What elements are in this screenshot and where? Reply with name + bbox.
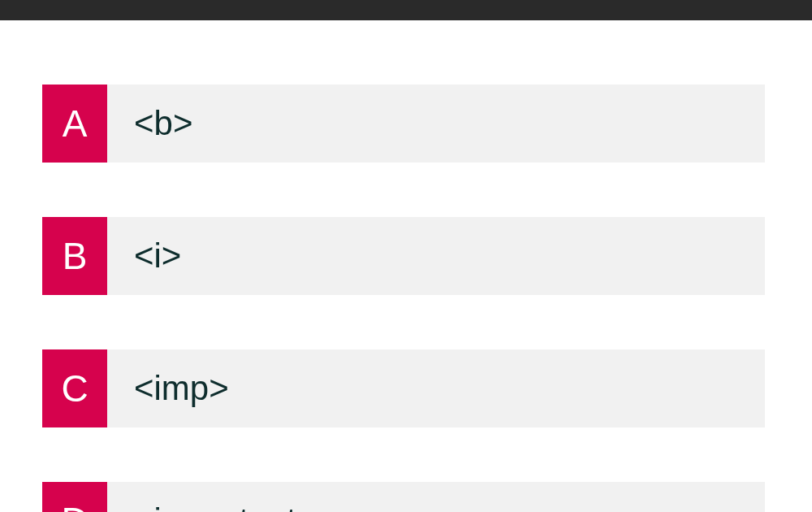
option-row-c[interactable]: C <imp> bbox=[42, 349, 765, 427]
option-text: <imp> bbox=[107, 349, 765, 427]
option-text: <b> bbox=[107, 85, 765, 163]
option-row-a[interactable]: A <b> bbox=[42, 85, 765, 163]
option-letter: D bbox=[42, 482, 107, 512]
top-bar bbox=[0, 0, 812, 20]
option-letter: B bbox=[42, 217, 107, 295]
option-text: <important> bbox=[107, 482, 765, 512]
option-letter: A bbox=[42, 85, 107, 163]
option-text: <i> bbox=[107, 217, 765, 295]
option-row-d[interactable]: D <important> bbox=[42, 482, 765, 512]
option-row-b[interactable]: B <i> bbox=[42, 217, 765, 295]
options-container: A <b> B <i> C <imp> D <important> bbox=[0, 20, 812, 512]
option-letter: C bbox=[42, 349, 107, 427]
